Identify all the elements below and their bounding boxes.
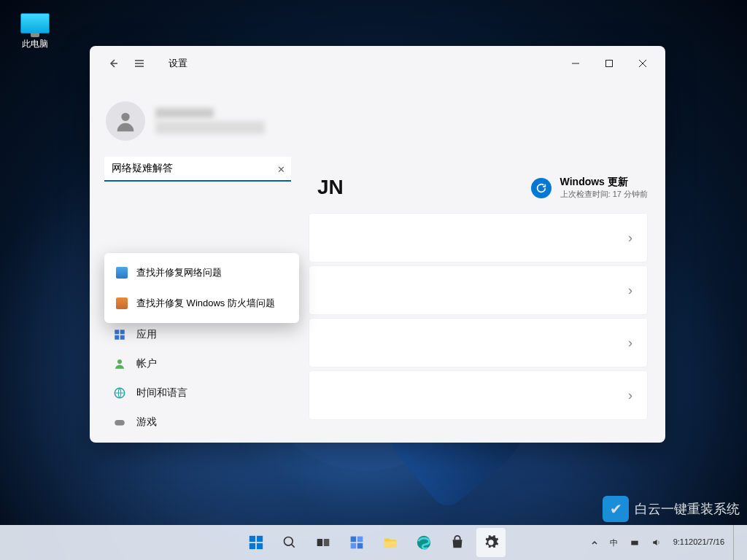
svg-line-17 bbox=[292, 545, 295, 548]
start-button[interactable] bbox=[241, 528, 271, 557]
sidebar: ✕ 网络 & Internet 个性化 应用 帐户 bbox=[90, 81, 306, 443]
system-tray: 中 9:11 2021/7/16 bbox=[588, 525, 747, 560]
maximize-button[interactable] bbox=[592, 52, 626, 75]
chevron-right-icon bbox=[628, 230, 632, 246]
sidebar-item-label: 时间和语言 bbox=[136, 386, 187, 400]
edge-button[interactable] bbox=[409, 528, 438, 557]
svg-rect-14 bbox=[249, 543, 255, 549]
search-button[interactable] bbox=[275, 528, 304, 557]
main-content: JN Windows 更新 上次检查时间: 17 分钟前 bbox=[306, 81, 665, 443]
svg-rect-4 bbox=[115, 330, 119, 334]
chevron-right-icon bbox=[628, 283, 632, 298]
tray-ime-button[interactable]: 中 bbox=[607, 525, 621, 560]
svg-point-16 bbox=[285, 537, 293, 546]
apps-icon bbox=[113, 328, 126, 341]
show-desktop-button[interactable] bbox=[733, 525, 740, 560]
watermark-text: 白云一键重装系统 bbox=[635, 500, 740, 518]
svg-rect-5 bbox=[120, 330, 125, 334]
watermark-logo-icon: ✔ bbox=[603, 496, 629, 522]
svg-rect-23 bbox=[357, 543, 363, 549]
tray-volume-icon[interactable] bbox=[649, 525, 665, 560]
sidebar-item-gaming[interactable]: 游戏 bbox=[103, 408, 306, 437]
svg-point-8 bbox=[117, 359, 122, 364]
svg-rect-24 bbox=[384, 541, 397, 547]
svg-rect-18 bbox=[317, 539, 323, 546]
suggestion-firewall-troubleshoot[interactable]: 查找并修复 Windows 防火墙问题 bbox=[104, 288, 299, 319]
tray-network-icon[interactable] bbox=[627, 525, 643, 560]
firewall-troubleshoot-icon bbox=[116, 298, 128, 309]
clear-search-button[interactable]: ✕ bbox=[277, 164, 285, 175]
update-subtitle: 上次检查时间: 17 分钟前 bbox=[560, 189, 648, 200]
network-troubleshoot-icon bbox=[116, 267, 128, 279]
sidebar-item-time-language[interactable]: 时间和语言 bbox=[103, 378, 306, 408]
titlebar: 设置 bbox=[90, 46, 665, 81]
settings-card[interactable] bbox=[309, 318, 648, 368]
windows-update-panel[interactable]: Windows 更新 上次检查时间: 17 分钟前 bbox=[531, 176, 648, 200]
svg-rect-22 bbox=[351, 543, 357, 549]
tray-time: 9:11 bbox=[673, 537, 689, 547]
person-icon bbox=[113, 109, 138, 133]
back-button[interactable] bbox=[104, 55, 122, 72]
svg-rect-7 bbox=[120, 335, 125, 340]
svg-point-2 bbox=[121, 113, 129, 121]
settings-window: 设置 ✕ bbox=[90, 46, 665, 443]
tray-clock[interactable]: 9:11 2021/7/16 bbox=[670, 525, 727, 560]
update-title: Windows 更新 bbox=[560, 176, 648, 189]
suggestion-network-troubleshoot[interactable]: 查找并修复网络问题 bbox=[104, 257, 299, 288]
tray-date: 2021/7/16 bbox=[689, 537, 724, 547]
svg-rect-19 bbox=[324, 539, 330, 546]
person-icon bbox=[113, 357, 126, 370]
svg-rect-1 bbox=[606, 61, 613, 67]
watermark: ✔ 白云一键重装系统 bbox=[603, 496, 740, 522]
user-name bbox=[155, 108, 214, 118]
task-view-button[interactable] bbox=[309, 528, 338, 557]
minimize-button[interactable] bbox=[559, 52, 592, 75]
sidebar-item-apps[interactable]: 应用 bbox=[103, 320, 306, 349]
taskbar: 中 9:11 2021/7/16 bbox=[0, 525, 747, 560]
window-title: 设置 bbox=[169, 57, 187, 70]
close-button[interactable] bbox=[626, 52, 659, 75]
chevron-right-icon bbox=[628, 388, 632, 403]
svg-rect-20 bbox=[351, 537, 357, 542]
widgets-button[interactable] bbox=[342, 528, 371, 557]
chevron-right-icon bbox=[628, 335, 632, 351]
svg-rect-26 bbox=[631, 541, 638, 545]
suggestion-label: 查找并修复 Windows 防火墙问题 bbox=[136, 297, 275, 310]
sidebar-item-label: 游戏 bbox=[136, 416, 157, 429]
sidebar-item-accessibility[interactable]: 辅助功能 bbox=[103, 437, 306, 443]
globe-icon bbox=[113, 386, 126, 400]
settings-card[interactable] bbox=[309, 213, 648, 262]
sidebar-item-accounts[interactable]: 帐户 bbox=[103, 349, 306, 378]
svg-rect-13 bbox=[257, 536, 263, 542]
sidebar-item-label: 帐户 bbox=[136, 357, 157, 370]
hamburger-button[interactable] bbox=[131, 55, 148, 72]
svg-rect-6 bbox=[115, 335, 119, 340]
game-icon bbox=[113, 416, 126, 429]
desktop-icon-label: 此电脑 bbox=[13, 38, 57, 50]
settings-card[interactable] bbox=[309, 370, 648, 420]
suggestion-label: 查找并修复网络问题 bbox=[136, 266, 222, 279]
page-title-partial: JN bbox=[309, 176, 344, 199]
search-input[interactable] bbox=[104, 157, 291, 182]
file-explorer-button[interactable] bbox=[376, 528, 405, 557]
settings-taskbar-button[interactable] bbox=[476, 528, 506, 557]
svg-rect-10 bbox=[115, 420, 125, 426]
svg-rect-21 bbox=[357, 537, 363, 542]
search-suggestions: 查找并修复网络问题 查找并修复 Windows 防火墙问题 bbox=[104, 253, 299, 323]
user-panel[interactable] bbox=[103, 88, 306, 157]
tray-overflow-button[interactable] bbox=[588, 525, 601, 560]
svg-rect-15 bbox=[257, 543, 263, 549]
monitor-icon bbox=[20, 13, 50, 34]
store-button[interactable] bbox=[443, 528, 472, 557]
user-email bbox=[155, 121, 265, 134]
refresh-icon bbox=[531, 178, 551, 198]
settings-card[interactable] bbox=[309, 265, 648, 315]
desktop-icon-this-pc[interactable]: 此电脑 bbox=[13, 13, 57, 50]
sidebar-item-label: 应用 bbox=[136, 328, 157, 341]
avatar bbox=[106, 101, 145, 141]
svg-rect-12 bbox=[249, 536, 255, 542]
